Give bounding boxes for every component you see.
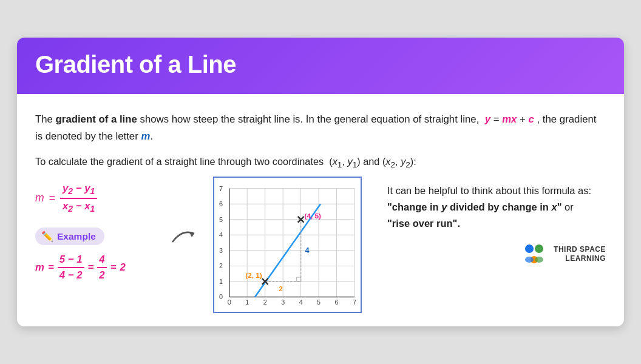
svg-text:2: 2 <box>263 298 266 306</box>
fraction-numerator: y2 − y1 <box>60 183 97 199</box>
intro-text1: The <box>35 113 56 125</box>
svg-text:7: 7 <box>353 298 356 306</box>
svg-text:1: 1 <box>219 278 223 285</box>
svg-text:3: 3 <box>219 247 223 254</box>
fraction-denominator: x2 − x1 <box>60 199 97 214</box>
example-formula: m = 5 − 1 4 − 2 = 4 2 = 2 <box>35 254 163 281</box>
svg-text:7: 7 <box>219 184 223 192</box>
intro-text2: shows how steep the straight line is. In… <box>137 113 482 125</box>
svg-rect-38 <box>296 277 300 281</box>
logo-line1: THIRD SPACE <box>554 245 606 255</box>
ex-eq1: = <box>48 261 54 274</box>
intro-m-letter: m <box>141 130 150 142</box>
intro-bold-phrase: gradient of a line <box>56 113 137 125</box>
example-badge: ✏️ Example <box>35 228 104 245</box>
coord-intro: To calculate the gradient of a straight … <box>35 156 606 169</box>
right-line1: It can be helpful to think about this fo… <box>387 185 591 196</box>
formula-equals: = <box>49 192 55 204</box>
svg-text:(4, 5): (4, 5) <box>304 212 321 220</box>
intro-equation: y = mx + c <box>482 113 537 125</box>
formula-m: m <box>35 192 44 204</box>
formula-row: m = y2 − y1 x2 − x1 <box>35 183 163 214</box>
left-column: m = y2 − y1 x2 − x1 ✏️ Example m <box>35 177 169 282</box>
main-fraction: y2 − y1 x2 − x1 <box>60 183 97 214</box>
logo-text: THIRD SPACE LEARNING <box>554 245 606 264</box>
svg-text:(2, 1): (2, 1) <box>245 271 262 279</box>
logo-area: THIRD SPACE LEARNING <box>387 243 606 266</box>
intro-paragraph: The gradient of a line shows how steep t… <box>35 111 606 144</box>
svg-text:6: 6 <box>334 298 338 306</box>
ex-frac1: 5 − 1 4 − 2 <box>58 254 84 281</box>
svg-text:4: 4 <box>219 231 223 238</box>
header: Gradient of a Line <box>17 38 624 94</box>
svg-point-48 <box>535 244 543 253</box>
intro-text4: . <box>150 130 153 142</box>
svg-text:0: 0 <box>219 293 223 300</box>
right-quote1: "change in y divided by change in x" or <box>387 201 574 212</box>
svg-text:2: 2 <box>279 284 283 292</box>
svg-text:0: 0 <box>227 298 231 306</box>
main-layout: m = y2 − y1 x2 − x1 ✏️ Example m <box>35 177 606 313</box>
ex-m: m <box>35 261 44 274</box>
graph-column: .grid { stroke: #ccc; stroke-width: 1; }… <box>205 177 369 313</box>
svg-text:5: 5 <box>317 298 320 306</box>
coordinate-graph: .grid { stroke: #ccc; stroke-width: 1; }… <box>213 177 362 313</box>
svg-text:2: 2 <box>219 262 223 269</box>
ex-result: 2 <box>120 261 126 274</box>
ex-eq3: = <box>110 261 117 274</box>
right-quote2: "rise over run". <box>387 218 460 229</box>
svg-text:4: 4 <box>299 298 302 306</box>
svg-text:3: 3 <box>281 298 285 306</box>
ex-numer2: 4 <box>97 254 106 268</box>
card: Gradient of a Line The gradient of a lin… <box>17 38 624 326</box>
svg-text:6: 6 <box>219 200 223 207</box>
right-text-block: It can be helpful to think about this fo… <box>387 183 606 232</box>
ex-denom2: 2 <box>97 268 106 281</box>
svg-point-47 <box>525 244 534 253</box>
arrow-area <box>169 177 205 247</box>
ex-frac2: 4 2 <box>97 254 106 281</box>
page-title: Gradient of a Line <box>35 51 606 78</box>
example-label: Example <box>57 231 96 242</box>
content-area: The gradient of a line shows how steep t… <box>17 94 624 326</box>
svg-text:1: 1 <box>245 298 249 306</box>
svg-text:5: 5 <box>219 216 223 223</box>
pencil-icon: ✏️ <box>41 231 53 242</box>
svg-text:4: 4 <box>305 246 310 255</box>
ex-denom1: 4 − 2 <box>58 268 84 281</box>
logo-line2: LEARNING <box>554 254 606 264</box>
tsl-logo-icon <box>522 243 549 266</box>
ex-eq2: = <box>88 261 94 274</box>
svg-point-50 <box>525 257 534 263</box>
ex-numer1: 5 − 1 <box>58 254 84 268</box>
gradient-formula: m = y2 − y1 x2 − x1 <box>35 183 163 214</box>
right-column: It can be helpful to think about this fo… <box>369 177 606 266</box>
svg-point-51 <box>535 257 543 263</box>
arrow-icon <box>171 225 203 247</box>
